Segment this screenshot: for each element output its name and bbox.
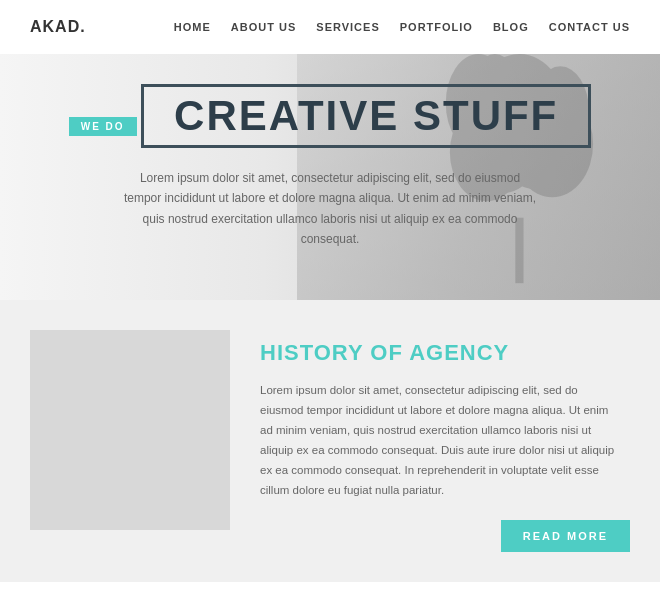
nav-services[interactable]: SERVICES — [316, 21, 379, 33]
hero-title-box: CREATIVE STUFF — [141, 84, 591, 148]
nav-about[interactable]: ABOUT US — [231, 21, 296, 33]
hero-description: Lorem ipsum dolor sit amet, consectetur … — [120, 168, 540, 250]
nav-home[interactable]: HOME — [174, 21, 211, 33]
read-more-button[interactable]: READ MORE — [501, 520, 630, 552]
nav-contact[interactable]: CONTACT US — [549, 21, 630, 33]
nav-portfolio[interactable]: PORTFOLIO — [400, 21, 473, 33]
history-section: HISTORY OF AGENCY Lorem ipsum dolor sit … — [0, 300, 660, 583]
hero-title: CREATIVE STUFF — [174, 95, 558, 137]
hero-section: WE DO CREATIVE STUFF Lorem ipsum dolor s… — [0, 54, 660, 300]
site-logo: AKAD. — [30, 18, 86, 36]
history-content: HISTORY OF AGENCY Lorem ipsum dolor sit … — [250, 340, 630, 553]
main-nav: HOME ABOUT US SERVICES PORTFOLIO BLOG CO… — [174, 21, 630, 33]
hero-content: WE DO CREATIVE STUFF Lorem ipsum dolor s… — [20, 84, 640, 250]
history-image-placeholder — [30, 330, 230, 530]
site-header: AKAD. HOME ABOUT US SERVICES PORTFOLIO B… — [0, 0, 660, 54]
history-text: Lorem ipsum dolor sit amet, consectetur … — [260, 380, 620, 501]
why-section: WHY CHOOSE US Lorem ipsum dolor sit amet… — [0, 582, 660, 592]
history-title: HISTORY OF AGENCY — [260, 340, 620, 366]
we-do-badge: WE DO — [69, 117, 137, 136]
nav-blog[interactable]: BLOG — [493, 21, 529, 33]
